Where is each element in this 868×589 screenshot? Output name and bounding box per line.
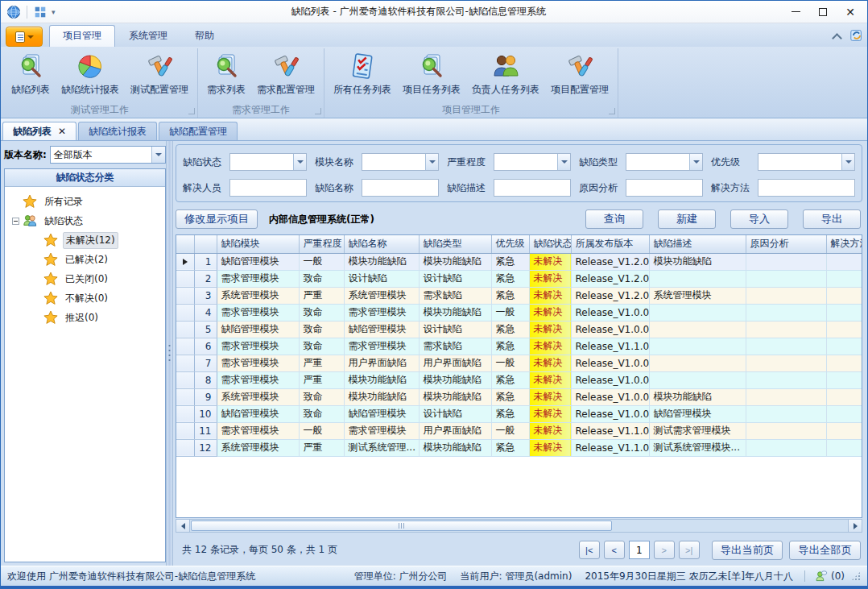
column-header-7[interactable]: 缺陷描述 — [649, 235, 746, 253]
ribbon-button-2-2[interactable]: 负责人任务列表 — [466, 50, 545, 98]
chevron-down-icon[interactable] — [689, 154, 702, 170]
table-row[interactable]: 3系统管理模块严重系统管理模块需求缺陷紧急未解决Release_V1.2.0系统… — [176, 287, 862, 304]
dialog-launcher-icon[interactable] — [609, 108, 615, 114]
next-page-button[interactable]: > — [654, 541, 675, 559]
table-row[interactable]: 12系统管理模块严重测试系统管理...模块功能缺陷紧急未解决Release_V1… — [176, 439, 862, 456]
row-selector-cell[interactable] — [176, 321, 194, 338]
column-header-0[interactable]: 缺陷模块 — [217, 235, 299, 253]
column-header-5[interactable]: 缺陷状态 — [529, 235, 571, 253]
row-selector-cell[interactable] — [176, 270, 194, 287]
ribbon-button-0-2[interactable]: 测试配置管理 — [125, 50, 194, 98]
chevron-down-icon[interactable] — [841, 154, 854, 170]
column-header-4[interactable]: 优先级 — [491, 235, 529, 253]
ribbon-button-2-1[interactable]: 项目任务列表 — [397, 50, 466, 98]
chevron-down-icon[interactable] — [151, 147, 165, 163]
dialog-launcher-icon[interactable] — [315, 108, 321, 114]
tab-close-icon[interactable]: ✕ — [58, 127, 66, 136]
resize-grip[interactable] — [851, 571, 861, 581]
scrollbar-thumb[interactable] — [191, 521, 612, 531]
filter-select[interactable] — [494, 153, 571, 171]
import-button[interactable]: 导入 — [730, 209, 788, 229]
ribbon-button-1-0[interactable]: 需求列表 — [201, 50, 251, 98]
row-selector-cell[interactable] — [176, 287, 194, 304]
filter-select[interactable] — [758, 153, 855, 171]
row-selector-cell[interactable] — [176, 422, 194, 439]
ribbon-button-0-1[interactable]: 缺陷统计报表 — [56, 50, 125, 98]
table-row[interactable]: 5缺陷管理模块致命缺陷管理模块设计缺陷紧急未解决Release_V1.0.0 — [176, 321, 862, 338]
document-tab-1[interactable]: 缺陷统计报表 — [78, 122, 157, 140]
quick-access-icon[interactable] — [33, 5, 48, 19]
first-page-button[interactable]: |< — [579, 541, 600, 559]
tree-item-0[interactable]: 所有记录 — [6, 192, 163, 211]
row-selector-cell[interactable] — [176, 388, 194, 405]
close-button[interactable]: ✕ — [837, 3, 864, 21]
tree-item-6[interactable]: 推迟(0) — [6, 308, 163, 327]
table-row[interactable]: 6需求管理模块致命需求管理模块需求缺陷紧急未解决Release_V1.1.0 — [176, 338, 862, 355]
collapse-ribbon-icon[interactable] — [833, 33, 841, 38]
tree-item-3[interactable]: 已解决(2) — [6, 250, 163, 269]
version-select[interactable]: 全部版本 — [50, 146, 166, 164]
filter-input[interactable] — [626, 179, 703, 197]
switch-window-icon[interactable] — [849, 28, 864, 43]
scroll-right-icon[interactable] — [848, 520, 862, 532]
table-row[interactable]: 8需求管理模块严重模块功能缺陷模块功能缺陷紧急未解决Release_V1.0.0 — [176, 371, 862, 388]
column-header-9[interactable]: 解决方法 — [826, 235, 862, 253]
tree-item-2[interactable]: 未解决(12) — [6, 230, 163, 250]
document-tab-2[interactable]: 缺陷配置管理 — [159, 122, 238, 140]
search-button[interactable]: 查询 — [585, 209, 643, 229]
document-tab-0[interactable]: 缺陷列表✕ — [2, 122, 76, 140]
filter-input[interactable] — [494, 179, 571, 197]
ribbon-button-2-0[interactable]: 所有任务列表 — [328, 50, 397, 98]
column-header-8[interactable]: 原因分析 — [746, 235, 826, 253]
filter-select[interactable] — [229, 153, 307, 171]
chevron-down-icon[interactable] — [293, 154, 306, 170]
collapse-toggle-icon[interactable] — [12, 218, 19, 225]
last-page-button[interactable]: >| — [679, 541, 700, 559]
tree-item-5[interactable]: 不解决(0) — [6, 288, 163, 308]
ribbon-button-1-1[interactable]: 需求配置管理 — [251, 50, 320, 98]
filter-input[interactable] — [229, 179, 307, 197]
table-row[interactable]: 10缺陷管理模块致命缺陷管理模块设计缺陷紧急未解决Release_V1.0.0缺… — [176, 405, 862, 422]
dialog-launcher-icon[interactable] — [188, 108, 195, 114]
ribbon-button-0-0[interactable]: 缺陷列表 — [6, 50, 56, 98]
minimize-button[interactable] — [782, 3, 809, 21]
filter-input[interactable] — [758, 179, 855, 197]
table-row[interactable]: 7需求管理模块严重用户界面缺陷用户界面缺陷一般未解决Release_V1.0.0 — [176, 355, 862, 371]
row-selector-cell[interactable] — [176, 439, 194, 456]
row-selector-cell[interactable] — [176, 355, 194, 371]
filter-input[interactable] — [362, 179, 439, 197]
row-selector-cell[interactable] — [176, 338, 194, 355]
ribbon-tab-0[interactable]: 项目管理 — [49, 25, 115, 47]
modify-columns-button[interactable]: 修改显示项目 — [176, 209, 258, 229]
horizontal-scrollbar[interactable] — [176, 519, 862, 533]
row-selector-cell[interactable] — [176, 304, 194, 321]
scroll-left-icon[interactable] — [176, 520, 190, 532]
row-selector-cell[interactable] — [176, 371, 194, 388]
ribbon-tab-1[interactable]: 系统管理 — [115, 25, 181, 47]
tree-item-4[interactable]: 已关闭(0) — [6, 269, 163, 288]
export-current-page-button[interactable]: 导出当前页 — [712, 541, 783, 560]
filter-select[interactable] — [626, 153, 703, 171]
prev-page-button[interactable]: < — [604, 541, 625, 559]
row-selector-cell[interactable] — [176, 253, 194, 270]
splitter-handle[interactable] — [166, 141, 173, 566]
column-header-1[interactable]: 严重程度 — [299, 235, 344, 253]
ribbon-tab-2[interactable]: 帮助 — [181, 25, 228, 47]
messages-icon[interactable] — [815, 570, 828, 583]
ribbon-button-2-3[interactable]: 项目配置管理 — [545, 50, 614, 98]
column-header-3[interactable]: 缺陷类型 — [419, 235, 491, 253]
column-header-6[interactable]: 所属发布版本 — [571, 235, 649, 253]
chevron-down-icon[interactable] — [557, 154, 570, 170]
tree-item-1[interactable]: 缺陷状态 — [6, 211, 163, 230]
row-selector-cell[interactable] — [176, 405, 194, 422]
table-row[interactable]: 2需求管理模块致命设计缺陷设计缺陷紧急未解决Release_V1.2.0 — [176, 270, 862, 287]
new-button[interactable]: 新建 — [658, 209, 716, 229]
chevron-down-icon[interactable] — [425, 154, 438, 170]
app-menu-button[interactable] — [6, 27, 43, 47]
column-header-2[interactable]: 缺陷名称 — [344, 235, 419, 253]
table-row[interactable]: 11需求管理模块一般需求管理模块用户界面缺陷一般未解决Release_V1.1.… — [176, 422, 862, 439]
table-row[interactable]: 1缺陷管理模块一般模块功能缺陷模块功能缺陷紧急未解决Release_V1.2.0… — [176, 253, 862, 270]
table-row[interactable]: 9系统管理模块致命模块功能缺陷模块功能缺陷紧急未解决Release_V1.0.0… — [176, 388, 862, 405]
filter-select[interactable] — [362, 153, 439, 171]
page-number-input[interactable] — [629, 541, 650, 559]
